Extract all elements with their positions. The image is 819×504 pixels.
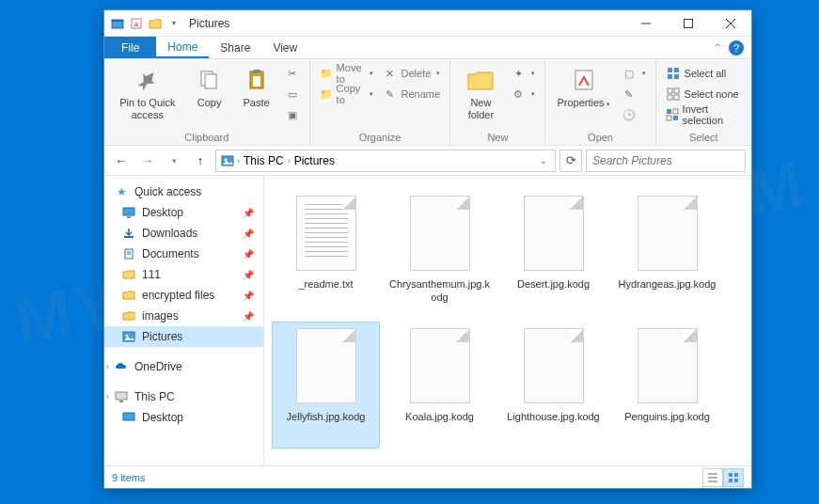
cut-button[interactable]: ✂ <box>281 63 304 84</box>
pictures-icon <box>121 329 136 344</box>
icons-view-button[interactable] <box>723 468 744 487</box>
rename-button[interactable]: ✎Rename <box>379 84 445 104</box>
file-item[interactable]: Desert.jpg.kodg <box>499 189 607 316</box>
nav-item-encrypted-files[interactable]: encrypted files📌 <box>104 285 263 306</box>
select-all-button[interactable]: Select all <box>662 63 746 84</box>
svg-rect-14 <box>674 68 679 72</box>
file-item[interactable]: Hydrangeas.jpg.kodg <box>613 189 721 316</box>
copy-to-button[interactable]: 📁Copy to▾ <box>316 84 377 104</box>
properties-button[interactable]: Properties▾ <box>551 63 615 111</box>
nav-item-downloads[interactable]: Downloads📌 <box>104 223 263 244</box>
search-box[interactable] <box>586 150 746 172</box>
details-view-button[interactable] <box>702 468 723 487</box>
tab-home[interactable]: Home <box>156 37 209 58</box>
file-item[interactable]: _readme.txt <box>272 189 380 316</box>
breadcrumb-pictures[interactable]: Pictures <box>292 154 337 167</box>
titlebar: ▾ Pictures <box>104 10 751 37</box>
statusbar: 9 items <box>104 465 751 488</box>
search-input[interactable] <box>592 154 739 167</box>
explorer-window: ▾ Pictures File Home Share View ⌃ ? Pin … <box>103 9 752 489</box>
nav-desktop-pc[interactable]: Desktop <box>104 407 263 428</box>
qat-folder-icon[interactable] <box>148 16 163 31</box>
pin-quick-access-button[interactable]: Pin to Quick access <box>110 63 185 123</box>
onedrive-icon <box>114 359 129 374</box>
svg-rect-17 <box>668 88 672 93</box>
close-button[interactable] <box>709 10 751 37</box>
tab-view[interactable]: View <box>261 37 308 58</box>
new-item-button[interactable]: ✦▾ <box>507 63 539 84</box>
maximize-button[interactable] <box>667 10 709 37</box>
svg-rect-1 <box>112 20 123 22</box>
file-item[interactable]: Chrysanthemum.jpg.kodg <box>386 189 494 316</box>
svg-rect-41 <box>729 473 732 477</box>
pin-icon: 📌 <box>243 249 254 260</box>
up-button[interactable]: ↑ <box>189 150 212 172</box>
paste-shortcut-button[interactable]: ▣ <box>281 104 304 125</box>
pin-icon: 📌 <box>243 228 254 239</box>
nav-item-111[interactable]: 111📌 <box>104 264 263 285</box>
chevron-right-icon: › <box>106 362 109 371</box>
refresh-button[interactable]: ⟳ <box>559 150 582 172</box>
nav-this-pc[interactable]: › This PC <box>104 386 263 407</box>
minimize-button[interactable] <box>624 10 667 37</box>
file-item[interactable]: Lighthouse.jpg.kodg <box>499 322 607 449</box>
nav-onedrive[interactable]: › OneDrive <box>104 356 263 377</box>
nav-item-label: Desktop <box>142 206 183 219</box>
copy-path-button[interactable]: ▭ <box>281 84 304 104</box>
nav-item-pictures[interactable]: Pictures <box>104 326 263 347</box>
svg-rect-18 <box>674 88 679 93</box>
history-button[interactable]: 🕒 <box>618 104 650 125</box>
forward-button[interactable]: → <box>136 150 159 172</box>
file-item[interactable]: Penguins.jpg.kodg <box>613 322 721 449</box>
ribbon-collapse-icon[interactable]: ⌃ <box>714 42 721 53</box>
qat-dropdown[interactable]: ▾ <box>166 16 181 31</box>
edit-button[interactable]: ✎ <box>618 84 650 104</box>
ribbon: Pin to Quick access Copy Paste ✂ ▭ ▣ Cli… <box>104 59 751 146</box>
select-none-button[interactable]: Select none <box>662 84 746 104</box>
ribbon-group-new: New folder ✦▾ ⚙▾ New <box>450 59 545 145</box>
file-label: Hydrangeas.jpg.kodg <box>619 277 717 291</box>
nav-pane[interactable]: ★ Quick access Desktop📌Downloads📌Documen… <box>104 176 264 465</box>
invert-icon <box>666 107 679 122</box>
new-folder-button[interactable]: New folder <box>456 63 505 123</box>
desktop-icon <box>121 205 136 220</box>
breadcrumb-dropdown[interactable]: ⌄ <box>536 156 551 165</box>
breadcrumb[interactable]: › This PC › Pictures ⌄ <box>215 150 556 172</box>
ribbon-group-clipboard: Pin to Quick access Copy Paste ✂ ▭ ▣ Cli… <box>104 59 310 145</box>
documents-icon <box>121 246 136 261</box>
nav-item-documents[interactable]: Documents📌 <box>104 244 263 264</box>
svg-rect-24 <box>673 116 678 120</box>
chevron-right-icon: › <box>106 392 109 402</box>
move-to-button[interactable]: 📁Move to▾ <box>316 63 377 84</box>
qat-properties-icon[interactable] <box>129 16 144 31</box>
body: ★ Quick access Desktop📌Downloads📌Documen… <box>104 176 751 465</box>
easy-access-icon: ⚙ <box>511 87 526 102</box>
svg-rect-23 <box>667 116 671 120</box>
nav-item-images[interactable]: images📌 <box>104 306 263 326</box>
recent-locations-button[interactable]: ▾ <box>163 150 185 172</box>
file-tab[interactable]: File <box>104 37 156 58</box>
nav-quick-access[interactable]: ★ Quick access <box>104 181 263 202</box>
pin-icon: 📌 <box>243 270 254 280</box>
nav-item-desktop[interactable]: Desktop📌 <box>104 202 263 223</box>
nav-item-label: Documents <box>142 247 199 260</box>
invert-selection-button[interactable]: Invert selection <box>662 104 746 125</box>
breadcrumb-this-pc[interactable]: This PC <box>242 154 286 167</box>
svg-rect-20 <box>674 95 679 100</box>
delete-button[interactable]: ✕Delete▾ <box>379 63 445 84</box>
back-button[interactable]: ← <box>110 150 133 172</box>
help-icon[interactable]: ? <box>729 40 744 55</box>
easy-access-button[interactable]: ⚙▾ <box>507 84 539 104</box>
copy-button[interactable]: Copy <box>187 63 232 111</box>
file-item[interactable]: Koala.jpg.kodg <box>386 322 494 449</box>
svg-rect-27 <box>123 208 134 215</box>
file-item[interactable]: Jellyfish.jpg.kodg <box>272 322 380 449</box>
app-icon <box>110 16 125 31</box>
group-label-new: New <box>456 130 539 143</box>
tab-share[interactable]: Share <box>209 37 261 58</box>
open-button[interactable]: ▢▾ <box>618 63 650 84</box>
ribbon-group-select: Select all Select none Invert selection … <box>656 59 751 145</box>
svg-rect-10 <box>253 70 260 73</box>
paste-button[interactable]: Paste <box>234 63 279 111</box>
content-pane[interactable]: _readme.txtChrysanthemum.jpg.kodgDesert.… <box>264 176 751 465</box>
